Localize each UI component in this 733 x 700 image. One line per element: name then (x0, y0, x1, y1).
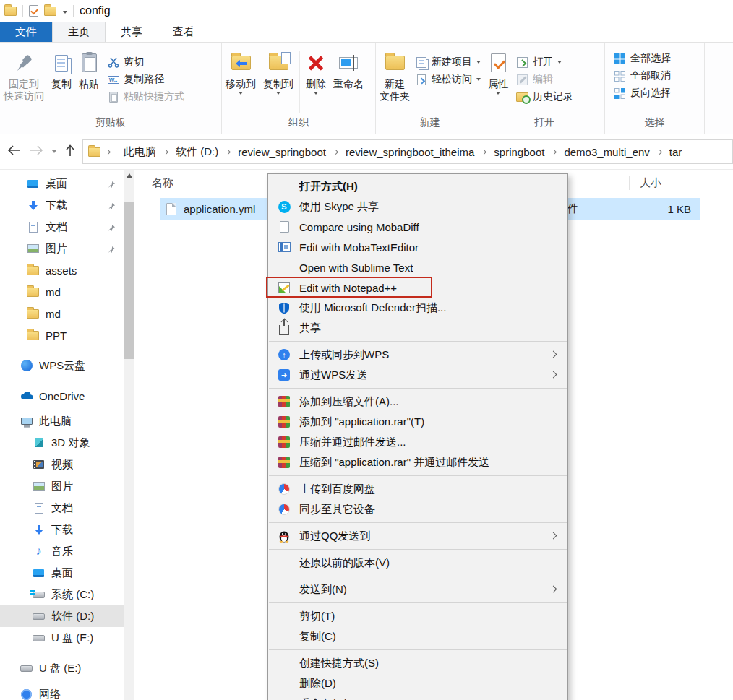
menu-item-open-sublime[interactable]: Open with Sublime Text (268, 257, 567, 277)
menu-item-sync-to-other-devices[interactable]: 同步至其它设备 (268, 499, 567, 519)
sidebar-item-drive-d-selected[interactable]: 软件 (D:) (0, 605, 124, 627)
menu-item-upload-to-baidu[interactable]: 上传到百度网盘 (268, 479, 567, 499)
breadcrumb-item[interactable]: demo3_multi_env (562, 146, 651, 158)
address-box[interactable]: 此电脑 软件 (D:) review_springboot review_spr… (82, 139, 733, 164)
sidebar-item-wps-cloud[interactable]: WPS云盘 (0, 355, 124, 376)
quick-access-properties-icon[interactable] (29, 5, 38, 17)
menu-item-cut[interactable]: 剪切(T) (268, 606, 567, 626)
skype-icon: S (277, 199, 291, 214)
sidebar-item-videos[interactable]: 视频 (0, 454, 124, 475)
easy-access-button[interactable]: 轻松访问 (415, 73, 481, 86)
sidebar-item-network[interactable]: 网络 (0, 683, 124, 700)
sidebar-scrollbar[interactable] (124, 170, 134, 700)
menu-item-restore-previous-versions[interactable]: 还原以前的版本(V) (268, 553, 567, 573)
sidebar-item-desktop[interactable]: 桌面 (0, 562, 124, 584)
sidebar-item-md[interactable]: md (0, 303, 124, 324)
tab-file[interactable]: 文件 (0, 22, 52, 42)
dropdown-arrow-icon (476, 78, 481, 81)
paste-shortcut-button[interactable]: 粘贴快捷方式 (107, 90, 184, 103)
breadcrumb-item[interactable]: 软件 (D:) (173, 145, 220, 159)
tab-home[interactable]: 主页 (52, 22, 106, 42)
select-none-button[interactable]: 全部取消 (614, 69, 671, 82)
scrollbar-thumb[interactable] (124, 202, 134, 359)
forward-button[interactable] (30, 145, 43, 158)
edit-button[interactable]: 编辑 (516, 73, 573, 86)
open-icon (516, 56, 528, 69)
breadcrumb-item[interactable]: review_springboot (236, 146, 328, 158)
breadcrumb-item[interactable]: review_springboot_itheima (343, 146, 476, 158)
sidebar-item-ppt[interactable]: PPT (0, 324, 124, 346)
menu-item-open-with[interactable]: 打开方式(H) (268, 176, 567, 196)
rename-button[interactable]: 重命名 (330, 46, 367, 92)
menu-item-compare-mobadiff[interactable]: Compare using MobaDiff (268, 217, 567, 237)
sidebar-item-pictures-pinned[interactable]: 图片 (0, 238, 124, 259)
menu-item-send-via-wps[interactable]: ➜ 通过WPS发送 (268, 365, 567, 385)
tab-share[interactable]: 共享 (106, 22, 158, 42)
menu-item-send-via-qq[interactable]: 通过QQ发送到 (268, 526, 567, 546)
sidebar-item-label: 下载 (51, 523, 73, 537)
open-button[interactable]: 打开 (516, 56, 573, 69)
sidebar-item-documents-pinned[interactable]: 文档 (0, 216, 124, 238)
breadcrumb-item[interactable]: 此电脑 (121, 145, 158, 159)
sidebar-item-md[interactable]: md (0, 281, 124, 303)
column-header-size[interactable]: 大小 (640, 171, 661, 194)
menu-item-upload-sync-wps[interactable]: ↑ 上传或同步到WPS (268, 345, 567, 365)
cut-button[interactable]: 剪切 (107, 56, 184, 69)
tab-view[interactable]: 查看 (158, 22, 210, 42)
delete-button[interactable]: 删除 (302, 46, 330, 96)
copy-button[interactable]: 复制 (48, 46, 75, 92)
sidebar-item-onedrive[interactable]: OneDrive (0, 385, 124, 407)
menu-item-create-shortcut[interactable]: 创建快捷方式(S) (268, 653, 567, 673)
breadcrumb-item[interactable]: springboot (492, 146, 546, 158)
menu-item-compress-and-email[interactable]: 压缩并通过邮件发送... (268, 432, 567, 452)
select-all-button[interactable]: 全部选择 (614, 52, 671, 65)
blank-icon (277, 696, 291, 700)
properties-button[interactable]: 属性 (484, 46, 512, 96)
paste-button[interactable]: 粘贴 (75, 46, 103, 92)
column-header-name[interactable]: 名称 (152, 171, 173, 194)
sidebar-item-assets[interactable]: assets (0, 259, 124, 281)
menu-item-add-to-application-rar[interactable]: 添加到 "application.rar"(T) (268, 412, 567, 432)
breadcrumb-item[interactable]: tar (667, 146, 685, 158)
history-button[interactable]: 历史记录 (516, 90, 573, 103)
sidebar-item-drive-c[interactable]: 系统 (C:) (0, 584, 124, 605)
up-button[interactable] (65, 144, 75, 160)
recent-locations-dropdown-icon[interactable] (52, 150, 56, 153)
sidebar-item-desktop-pinned[interactable]: 桌面 (0, 173, 124, 194)
menu-item-share-with-skype[interactable]: S 使用 Skype 共享 (268, 196, 567, 217)
menu-item-delete[interactable]: 删除(D) (268, 673, 567, 693)
sidebar-item-this-pc[interactable]: 此电脑 (0, 410, 124, 432)
quick-access-customize-icon[interactable] (62, 9, 67, 14)
column-divider[interactable] (700, 176, 700, 190)
menu-item-edit-mobatexteditor[interactable]: Edit with MobaTextEditor (268, 237, 567, 257)
sidebar-item-3d-objects[interactable]: 3D 对象 (0, 432, 124, 454)
folder-icon (26, 264, 40, 277)
scroll-up-arrow-icon[interactable] (127, 173, 132, 178)
menu-item-share[interactable]: 共享 (268, 318, 567, 338)
menu-item-add-to-archive[interactable]: 添加到压缩文件(A)... (268, 392, 567, 412)
sidebar-item-pictures[interactable]: 图片 (0, 475, 124, 497)
menu-item-compress-to-rar-and-email[interactable]: 压缩到 "application.rar" 并通过邮件发送 (268, 452, 567, 472)
menu-item-defender-scan[interactable]: 使用 Microsoft Defender扫描... (268, 298, 567, 318)
menu-item-copy[interactable]: 复制(C) (268, 626, 567, 647)
invert-selection-button[interactable]: 反向选择 (614, 87, 671, 100)
sidebar-item-downloads[interactable]: 下载 (0, 519, 124, 540)
button-label: 移动到 (226, 78, 256, 90)
menu-item-send-to[interactable]: 发送到(N) (268, 579, 567, 600)
move-to-button[interactable]: 移动到 (222, 46, 260, 96)
menu-item-rename[interactable]: 重命名(M) (268, 693, 567, 700)
sidebar-item-label: 文档 (46, 220, 67, 234)
sidebar-item-music[interactable]: ♪ 音乐 (0, 540, 124, 562)
new-folder-button[interactable]: 新建 文件夹 (376, 46, 413, 104)
back-button[interactable] (7, 145, 21, 158)
pin-to-quick-access-button[interactable]: 固定到 快速访问 (0, 46, 48, 104)
new-item-button[interactable]: 新建项目 (415, 56, 481, 69)
copy-path-button[interactable]: W.. 复制路径 (107, 73, 184, 86)
sidebar-item-usb-drive-e[interactable]: U 盘 (E:) (0, 657, 124, 679)
sidebar-item-drive-e[interactable]: U 盘 (E:) (0, 627, 124, 649)
sidebar-item-downloads-pinned[interactable]: 下载 (0, 194, 124, 216)
sidebar-item-documents[interactable]: 文档 (0, 497, 124, 519)
column-divider[interactable] (629, 176, 630, 190)
quick-access-newfolder-icon[interactable] (44, 7, 56, 16)
copy-to-button[interactable]: 复制到 (260, 46, 297, 96)
